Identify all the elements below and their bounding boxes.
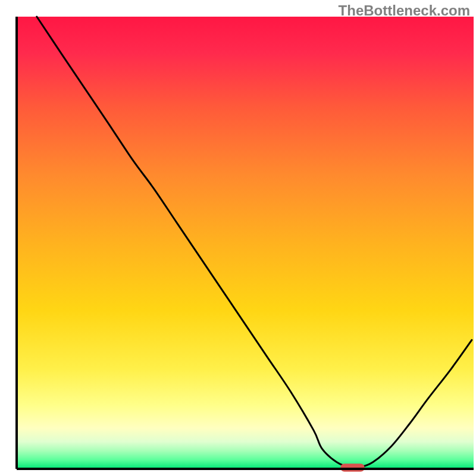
bottleneck-chart <box>0 0 476 476</box>
watermark-text: TheBottleneck.com <box>339 2 470 19</box>
chart-container: TheBottleneck.com <box>0 0 476 476</box>
gradient-background <box>17 17 474 469</box>
